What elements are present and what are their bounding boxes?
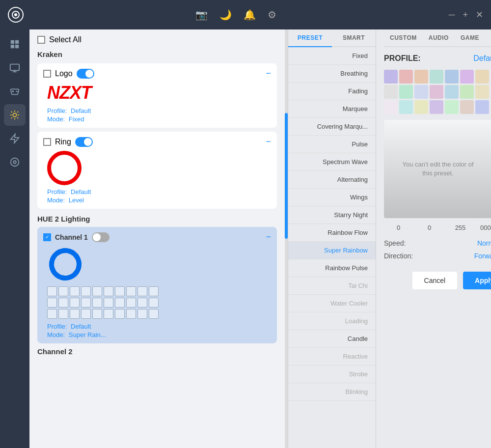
- led-cell: [47, 298, 57, 308]
- profile-value: Default: [473, 54, 491, 63]
- ring-mode-value: Level: [69, 196, 84, 204]
- scrollbar-thumb[interactable]: [285, 113, 288, 239]
- logo-toggle[interactable]: [77, 69, 94, 79]
- preset-item[interactable]: Alternating: [288, 171, 376, 189]
- profile-dropdown[interactable]: Default ▾: [473, 54, 491, 63]
- preset-item[interactable]: Starry Night: [288, 206, 376, 224]
- close-button[interactable]: ✕: [476, 9, 483, 20]
- color-swatch[interactable]: [460, 70, 474, 84]
- preset-item: Blinking: [288, 383, 376, 401]
- led-cell: [104, 309, 113, 319]
- app-logo[interactable]: [8, 7, 24, 23]
- preset-item: Tai Chi: [288, 277, 376, 295]
- color-swatch[interactable]: [460, 85, 474, 99]
- color-swatch[interactable]: [414, 100, 428, 114]
- led-cell: [81, 298, 91, 308]
- color-b-input[interactable]: 255: [447, 224, 474, 231]
- preset-item[interactable]: Pulse: [288, 136, 376, 153]
- preset-item[interactable]: Marquee: [288, 100, 376, 118]
- tab-audio[interactable]: AUDIO: [423, 29, 455, 46]
- channel1-toggle[interactable]: [92, 232, 109, 242]
- minimize-button[interactable]: ─: [449, 10, 455, 20]
- preset-item: Loading: [288, 312, 376, 330]
- tab-smart[interactable]: SMART: [332, 29, 376, 46]
- direction-dropdown[interactable]: Forward ▾: [474, 252, 491, 260]
- preset-item[interactable]: Rainbow Flow: [288, 224, 376, 242]
- preset-item[interactable]: Covering Marqu...: [288, 118, 376, 136]
- led-cell: [149, 309, 159, 319]
- sidebar-item-lightning[interactable]: [4, 128, 26, 149]
- sidebar-item-lighting[interactable]: [4, 104, 26, 126]
- ring-toggle[interactable]: [75, 137, 93, 147]
- color-swatch[interactable]: [445, 70, 459, 84]
- color-swatch[interactable]: [384, 70, 398, 84]
- cancel-button[interactable]: Cancel: [412, 272, 458, 289]
- maximize-button[interactable]: +: [463, 10, 468, 20]
- color-swatch[interactable]: [399, 100, 413, 114]
- swatch-row-2: [384, 85, 491, 99]
- preset-item[interactable]: Spectrum Wave: [288, 153, 376, 171]
- ring-checkbox[interactable]: [43, 138, 51, 146]
- sidebar-item-gamepad[interactable]: [4, 81, 26, 102]
- color-swatches: [384, 70, 491, 114]
- channel1-checkbox[interactable]: ✓: [43, 233, 51, 241]
- color-swatch[interactable]: [414, 70, 428, 84]
- camera-icon[interactable]: 📷: [195, 9, 208, 21]
- color-swatch[interactable]: [430, 70, 443, 84]
- sidebar-item-dashboard[interactable]: [4, 33, 26, 55]
- sidebar-item-monitor[interactable]: [4, 57, 26, 79]
- color-swatch[interactable]: [384, 85, 398, 99]
- led-cell: [58, 309, 68, 319]
- logo-profile-label: Profile:: [47, 107, 67, 114]
- select-all-checkbox[interactable]: [37, 36, 45, 44]
- preset-item[interactable]: Fixed: [288, 47, 376, 65]
- color-swatch[interactable]: [430, 85, 443, 99]
- logo-mode-label: Mode:: [47, 115, 65, 123]
- title-bar-right: ─ + ✕: [449, 9, 483, 20]
- led-cell: [81, 309, 91, 319]
- preset-item[interactable]: Candle: [288, 330, 376, 348]
- profile-row: PROFILE: Default ▾: [384, 54, 491, 63]
- color-swatch[interactable]: [445, 85, 459, 99]
- color-swatch[interactable]: [475, 100, 489, 114]
- title-bar-center: 📷 🌙 🔔 ⚙: [195, 9, 276, 21]
- tab-preset[interactable]: PRESET: [288, 29, 332, 47]
- color-swatch[interactable]: [414, 85, 428, 99]
- scrollbar[interactable]: [285, 29, 288, 448]
- color-swatch[interactable]: [384, 100, 398, 114]
- bell-icon[interactable]: 🔔: [244, 9, 256, 21]
- preset-item[interactable]: Rainbow Pulse: [288, 259, 376, 277]
- color-swatch[interactable]: [475, 70, 489, 84]
- color-swatch[interactable]: [430, 100, 443, 114]
- right-panel: CUSTOM AUDIO GAME PROFILE: Default ▾: [376, 29, 491, 448]
- color-swatch[interactable]: [445, 100, 459, 114]
- color-r-input[interactable]: 0: [385, 224, 412, 231]
- tab-custom[interactable]: CUSTOM: [384, 29, 423, 46]
- speed-dropdown[interactable]: Normal ▾: [477, 239, 491, 247]
- color-g-input[interactable]: 0: [416, 224, 443, 231]
- ring-header: Ring −: [43, 137, 271, 147]
- preset-list: FixedBreathingFadingMarqueeCovering Marq…: [288, 47, 376, 401]
- color-swatch[interactable]: [460, 100, 474, 114]
- apply-button[interactable]: Apply: [463, 272, 491, 289]
- preset-item[interactable]: Wings: [288, 189, 376, 206]
- color-swatch[interactable]: [399, 85, 413, 99]
- preset-item[interactable]: Fading: [288, 83, 376, 100]
- color-hex-input[interactable]: 0000FF: [478, 224, 491, 231]
- gear-icon[interactable]: ⚙: [268, 9, 276, 21]
- color-gradient[interactable]: You can't edit the color of this preset.: [384, 120, 491, 218]
- tab-game[interactable]: GAME: [455, 29, 485, 46]
- preset-item[interactable]: Breathing: [288, 65, 376, 83]
- led-cell: [104, 298, 113, 308]
- color-swatch[interactable]: [399, 70, 413, 84]
- logo-remove-button[interactable]: −: [266, 68, 271, 79]
- logo-checkbox[interactable]: [43, 70, 51, 78]
- preset-item[interactable]: Super Rainbow: [288, 242, 376, 259]
- channel1-remove-button[interactable]: −: [266, 232, 271, 242]
- ring-remove-button[interactable]: −: [266, 137, 271, 147]
- color-swatch[interactable]: [475, 85, 489, 99]
- svg-point-9: [13, 113, 16, 116]
- swatch-row-1: [384, 70, 491, 84]
- sidebar-item-disc[interactable]: [4, 151, 26, 173]
- moon-icon[interactable]: 🌙: [219, 9, 232, 21]
